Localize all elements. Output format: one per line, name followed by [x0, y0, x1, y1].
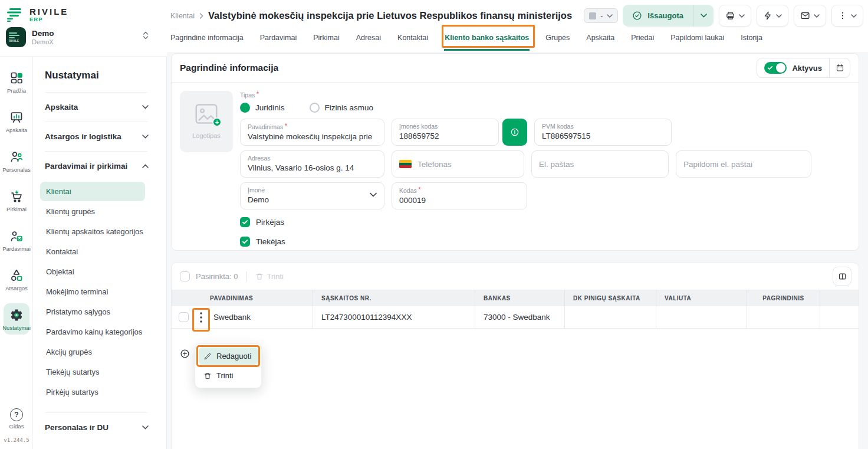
sidebar-item-pardavimo-kainu-kategorijos[interactable]: Pardavimo kainų kategorijos	[40, 322, 145, 342]
bulk-delete-button[interactable]: Trinti	[255, 272, 284, 281]
bank-accounts-card: Pasirinkta: 0 Trinti PAVADINIMAS SĄSKAIT…	[171, 263, 859, 449]
menu-item-redaguoti[interactable]: Redaguoti	[199, 348, 258, 365]
add-account-button[interactable]: Pridėti	[172, 349, 859, 359]
tab-istorija[interactable]: Istorija	[740, 30, 763, 51]
chevron-down-icon	[851, 14, 857, 18]
radio-unselected-icon	[310, 103, 320, 113]
menu-item-trinti[interactable]: Trinti	[199, 367, 258, 384]
sidebar-item-akciju-grupes[interactable]: Akcijų grupės	[40, 342, 145, 362]
cell-dk-account	[565, 306, 656, 328]
extra-emails-field[interactable]: Papildomi el. paštai	[676, 150, 811, 178]
tab-bar: Pagrindinė informacija Pardavimai Pirkim…	[167, 30, 868, 51]
rail-item-nustatymai[interactable]: Nustatymai	[4, 303, 29, 335]
rail-item-apskaita[interactable]: Apskaita	[0, 106, 33, 137]
settings-panel: Nustatymai Apskaita Atsargos ir logistik…	[33, 57, 167, 449]
name-field[interactable]: Pavadinimas Valstybinė mokesčių inspekci…	[240, 119, 384, 146]
sidebar-item-tiekeju-sutartys[interactable]: Tiekėjų sutartys	[40, 362, 145, 382]
chevron-down-icon	[739, 14, 745, 18]
sidebar-item-klientu-apskaitos-kategorijos[interactable]: Klientų apskaitos kategorijos	[40, 222, 145, 241]
checkbox-pirkejas[interactable]: Pirkėjas	[240, 217, 850, 227]
sidebar-item-pirkeju-sutartys[interactable]: Pirkėjų sutartys	[40, 382, 145, 402]
tab-apskaita[interactable]: Apskaita	[586, 30, 615, 51]
type-label: Tipas	[240, 91, 850, 99]
section-apskaita[interactable]: Apskaita	[45, 93, 166, 122]
section-pardavimai-pirkimai[interactable]: Pardavimai ir pirkimai	[45, 152, 166, 181]
rail-item-atsargos[interactable]: Atsargos	[0, 264, 33, 295]
status-dropdown[interactable]: -	[584, 8, 618, 23]
row-checkbox[interactable]	[179, 312, 189, 322]
cell-currency	[656, 306, 747, 328]
select-all-checkbox[interactable]	[180, 271, 190, 281]
kebab-icon	[838, 11, 847, 21]
radio-selected-icon	[240, 103, 250, 113]
company-selector[interactable]: RIVILE Demo DemoX	[0, 22, 167, 47]
active-toggle[interactable]	[764, 62, 787, 74]
vat-code-field[interactable]: PVM kodas LT886597515	[534, 119, 672, 146]
columns-icon	[838, 272, 847, 281]
more-actions-button[interactable]	[831, 5, 863, 27]
tab-pardavimai[interactable]: Pardavimai	[259, 30, 298, 51]
tab-pirkimai[interactable]: Pirkimai	[313, 30, 340, 51]
sidebar-item-pristatymo-salygos[interactable]: Pristatymo sąlygos	[40, 302, 145, 322]
tab-grupes[interactable]: Grupės	[545, 30, 570, 51]
company-select[interactable]: Įmonė Demo	[240, 182, 384, 209]
breadcrumb[interactable]: Klientai	[170, 12, 195, 20]
sidebar-item-objektai[interactable]: Objektai	[40, 262, 145, 281]
sidebar-item-kontaktai[interactable]: Kontaktai	[40, 242, 145, 261]
active-toggle-group[interactable]: Aktyvus	[757, 58, 829, 77]
tab-adresai[interactable]: Adresai	[356, 30, 382, 51]
row-kebab-button[interactable]	[197, 310, 205, 325]
save-button[interactable]: Išsaugota	[623, 5, 714, 27]
radio-fizinis-asmuo[interactable]: Fizinis asmuo	[310, 103, 374, 113]
registry-lookup-button[interactable]	[502, 119, 527, 146]
main-info-card: Pagrindinė informacija Aktyvus	[171, 53, 859, 251]
add-logo-icon[interactable]: +	[212, 117, 222, 127]
gear-icon	[9, 307, 24, 323]
address-field[interactable]: Adresas Vilnius, Vasario 16-osios g. 14	[240, 150, 384, 178]
chevron-down-icon	[776, 14, 782, 18]
company-switch-icon[interactable]	[142, 31, 149, 40]
cell-bank: 73000 - Swedbank	[475, 306, 565, 328]
email-field[interactable]: El. paštas	[531, 150, 669, 178]
rail-item-pirkimai[interactable]: Pirkimai	[0, 185, 33, 216]
calendar-button[interactable]	[830, 58, 850, 77]
tab-priedai[interactable]: Priedai	[630, 30, 655, 51]
table-row[interactable]: Swedbank LT247300010112394XXX 73000 - Sw…	[172, 306, 859, 329]
rail-item-pradzia[interactable]: Pradžia	[0, 66, 33, 97]
section-atsargos-logistika[interactable]: Atsargos ir logistika	[45, 122, 166, 151]
rail-item-personalas[interactable]: Personalas	[0, 145, 33, 176]
save-dropdown-button[interactable]	[693, 5, 714, 27]
lightning-icon	[763, 11, 772, 21]
print-button[interactable]	[719, 5, 751, 27]
code-field[interactable]: Kodas 000019	[392, 182, 527, 209]
checkbox-checked-icon	[240, 237, 250, 247]
section-personalas-du[interactable]: Personalas ir DU	[45, 413, 166, 442]
rail-item-pardavimai[interactable]: Pardavimai	[0, 224, 33, 255]
logo-upload[interactable]: + Logotipas	[180, 91, 233, 152]
chevron-up-icon	[142, 164, 149, 168]
chevron-down-icon	[142, 105, 149, 109]
tab-pagrindine-informacija[interactable]: Pagrindinė informacija	[170, 30, 244, 51]
company-code-field[interactable]: Įmonės kodas 188659752	[392, 119, 499, 146]
help-icon[interactable]: ?	[10, 408, 23, 421]
cell-name: Swedbank	[213, 313, 251, 322]
row-context-menu: Redaguoti Trinti	[195, 343, 262, 388]
sidebar-item-mokejimo-terminai[interactable]: Mokėjimo terminai	[40, 282, 145, 301]
sidebar-item-klientai[interactable]: Klientai	[40, 182, 145, 201]
email-button[interactable]	[794, 5, 826, 27]
column-settings-button[interactable]	[833, 267, 851, 286]
tab-papildomi-laukai[interactable]: Papildomi laukai	[670, 30, 725, 51]
checkbox-tiekejas[interactable]: Tiekėjas	[240, 237, 850, 247]
trash-icon	[255, 272, 264, 281]
radio-juridinis[interactable]: Juridinis	[240, 103, 285, 113]
shapes-icon	[9, 268, 24, 283]
tab-kontaktai[interactable]: Kontaktai	[397, 30, 429, 51]
app-logo: RIVILE ERP	[0, 0, 167, 22]
tab-kliento-banko-saskaitos[interactable]: Kliento banko sąskaitos	[444, 30, 530, 51]
phone-field[interactable]: Telefonas	[392, 150, 524, 178]
sidebar-item-klientu-grupes[interactable]: Klientų grupės	[40, 202, 145, 221]
automation-button[interactable]	[757, 5, 788, 27]
active-control: Aktyvus	[757, 58, 850, 78]
card-title: Pagrindinė informacija	[180, 63, 278, 73]
active-label: Aktyvus	[792, 64, 822, 73]
